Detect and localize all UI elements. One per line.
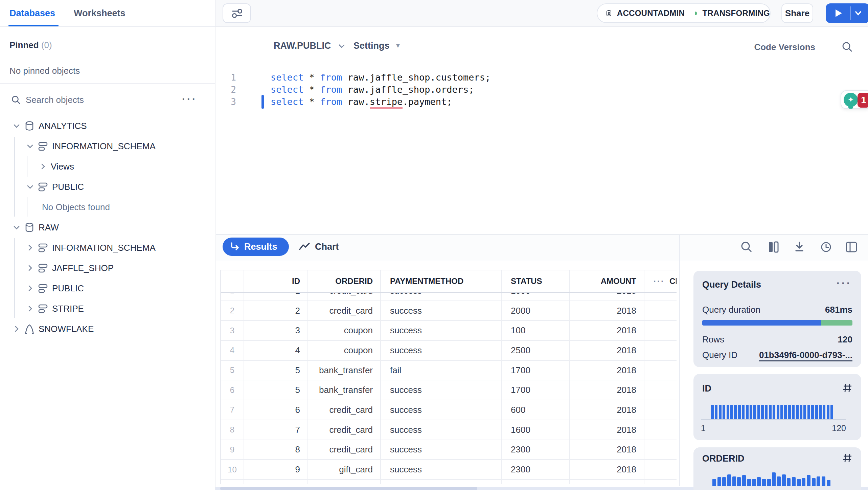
chevron-right-icon[interactable] — [39, 162, 47, 171]
columns-icon[interactable] — [766, 240, 781, 254]
column-header-paymentmethod[interactable]: PAYMENTMETHOD — [381, 270, 502, 292]
table-row[interactable]: 33couponsuccess1002018 — [221, 321, 677, 341]
table-row[interactable]: 22credit_cardsuccess20002018 — [221, 301, 677, 321]
histogram-bar — [737, 477, 741, 486]
tab-results[interactable]: Results — [223, 238, 289, 256]
chevron-down-icon[interactable] — [26, 142, 35, 151]
assistant-suggestion-widget[interactable]: ✦ 1 — [841, 90, 868, 109]
tab-databases[interactable]: Databases — [9, 8, 55, 19]
column-header-orderid[interactable]: ORDERID — [308, 270, 381, 292]
chevron-right-icon[interactable] — [26, 243, 35, 252]
histogram-bar — [784, 405, 787, 419]
history-icon[interactable] — [819, 240, 833, 254]
table-row[interactable] — [221, 480, 677, 484]
column-stats-card-orderid[interactable]: ORDERID — [693, 447, 861, 490]
orderid-histogram — [712, 472, 832, 486]
chevron-right-icon[interactable] — [12, 325, 21, 333]
context-selector[interactable]: ACCOUNTADMIN TRANSFORMING — [597, 3, 771, 23]
database-context-dropdown[interactable]: RAW.PUBLIC — [274, 41, 346, 51]
table-row[interactable]: 65bank_transfersuccess17002018 — [221, 380, 677, 400]
schema-icon — [37, 303, 49, 314]
duration-bar-execution — [702, 320, 821, 326]
editor-search-icon[interactable] — [842, 41, 853, 53]
table-row[interactable]: 11credit_cardsuccess10002018 — [221, 293, 677, 301]
return-arrow-icon — [230, 242, 240, 252]
tree-item-label: STRIPE — [52, 304, 84, 314]
tree-item-jaffle-shop[interactable]: JAFFLE_SHOP — [0, 258, 215, 278]
tree-item-information-schema[interactable]: INFORMATION_SCHEMA — [0, 136, 215, 156]
column-menu-dots-icon[interactable]: ··· — [654, 276, 665, 286]
chevron-down-icon[interactable] — [26, 182, 35, 191]
code-line[interactable]: select * from raw.jaffle_shop.orders; — [271, 84, 838, 96]
code-line[interactable]: select * from raw.stripe.payment; — [271, 96, 838, 108]
tree-item-snowflake[interactable]: SNOWFLAKE — [0, 319, 215, 339]
tree-item-information-schema[interactable]: INFORMATION_SCHEMA — [0, 238, 215, 258]
histogram-bar — [827, 405, 829, 419]
editor-header: RAW.PUBLIC Settings▼ Code Versions — [216, 41, 868, 57]
chevron-down-icon[interactable] — [854, 9, 863, 18]
run-button[interactable] — [826, 3, 868, 23]
table-row[interactable]: 87credit_cardsuccess16002018 — [221, 420, 677, 440]
more-dots-icon[interactable]: ··· — [837, 277, 852, 289]
tree-item-analytics[interactable]: ANALYTICS — [0, 116, 215, 136]
tree-item-label: ANALYTICS — [39, 121, 87, 131]
object-search[interactable]: Search objects ··· — [0, 91, 215, 110]
tab-chart[interactable]: Chart — [299, 238, 339, 256]
search-icon[interactable] — [739, 240, 754, 254]
chevron-down-icon[interactable] — [12, 121, 21, 130]
code-versions-button[interactable]: Code Versions — [754, 42, 815, 52]
table-row[interactable]: 98credit_cardsuccess23002018 — [221, 440, 677, 460]
table-row[interactable]: 109gift_cardsuccess23002018 — [221, 460, 677, 480]
column-header-created[interactable]: ···CREATED — [644, 270, 677, 292]
table-cell: 1700 — [502, 380, 570, 400]
table-row[interactable]: 55bank_transferfail17002018 — [221, 361, 677, 381]
column-header-amount[interactable]: AMOUNT — [570, 270, 644, 292]
tree-item-label: PUBLIC — [52, 182, 84, 192]
tab-worksheets[interactable]: Worksheets — [74, 8, 125, 19]
table-row[interactable]: 44couponsuccess25002018 — [221, 341, 677, 361]
code-lines[interactable]: select * from raw.jaffle_shop.customers;… — [271, 71, 838, 108]
column-stats-card-id[interactable]: ID 1 120 — [693, 374, 861, 440]
histogram-bar — [730, 405, 733, 419]
vertical-scrollbar[interactable] — [679, 235, 680, 486]
filters-button[interactable] — [223, 3, 251, 23]
query-id-link[interactable]: 01b349f6-0000-d793-... — [759, 350, 852, 361]
download-icon[interactable] — [792, 240, 807, 254]
table-body-viewport[interactable]: 11credit_cardsuccess1000201822credit_car… — [221, 293, 677, 484]
row-number-cell: 8 — [221, 420, 244, 440]
database-object-tree: ANALYTICSINFORMATION_SCHEMAViewsPUBLICNo… — [0, 116, 215, 339]
row-number-header[interactable] — [221, 270, 244, 292]
split-panel-icon[interactable] — [844, 240, 859, 254]
table-cell: 2300 — [502, 440, 570, 460]
tree-item-public[interactable]: PUBLIC — [0, 177, 215, 197]
row-number-cell: 9 — [221, 440, 244, 460]
chevron-right-icon[interactable] — [26, 284, 35, 293]
column-header-id[interactable]: ID — [244, 270, 308, 292]
table-cell: success — [381, 341, 502, 360]
table-row[interactable]: 76credit_cardsuccess6002018 — [221, 400, 677, 420]
sql-editor[interactable]: RAW.PUBLIC Settings▼ Code Versions 123 s… — [216, 27, 868, 234]
tree-item-public[interactable]: PUBLIC — [0, 278, 215, 298]
tree-item-stripe[interactable]: STRIPE — [0, 298, 215, 319]
code-line[interactable]: select * from raw.jaffle_shop.customers; — [271, 71, 838, 84]
share-button[interactable]: Share — [781, 3, 813, 23]
histogram-bar — [738, 405, 741, 419]
table-cell: 2018 — [570, 400, 644, 420]
table-cell: coupon — [308, 321, 381, 340]
table-cell: 5 — [244, 361, 308, 380]
tree-item-views[interactable]: Views — [0, 156, 215, 177]
table-cell: 2000 — [502, 301, 570, 320]
divider — [0, 83, 215, 84]
error-underlined-token: stripe — [370, 96, 403, 109]
chevron-right-icon[interactable] — [26, 264, 35, 272]
chevron-right-icon[interactable] — [26, 304, 35, 313]
column-header-status[interactable]: STATUS — [502, 270, 570, 292]
scrollbar-thumb[interactable] — [220, 487, 477, 490]
results-table[interactable]: IDORDERIDPAYMENTMETHODSTATUSAMOUNT···CRE… — [220, 270, 677, 484]
histogram-bar — [761, 405, 764, 419]
chevron-down-icon[interactable] — [12, 223, 21, 232]
more-dots-icon[interactable]: ··· — [182, 93, 197, 105]
tree-item-raw[interactable]: RAW — [0, 217, 215, 238]
settings-dropdown[interactable]: Settings▼ — [353, 41, 401, 51]
search-input[interactable]: Search objects — [26, 95, 84, 105]
